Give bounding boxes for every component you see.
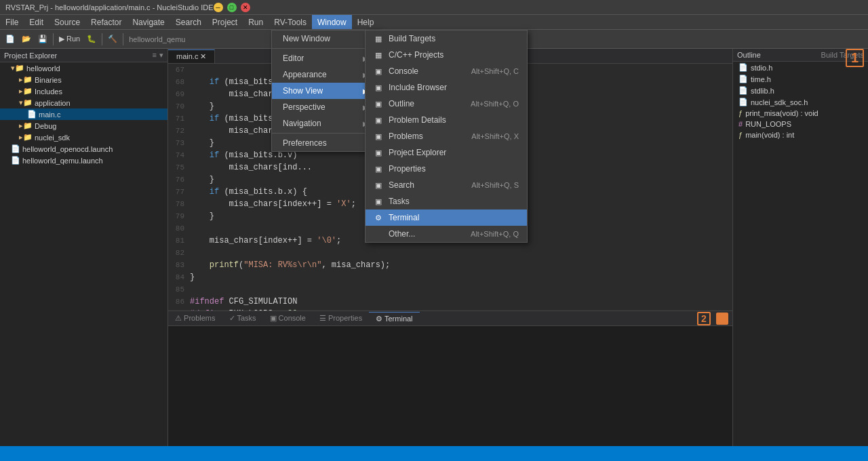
outline-nuclei[interactable]: 📄 nuclei_sdk_soc.h [733,96,868,108]
menu-help[interactable]: Help [352,15,380,29]
tree-mainc-label: main.c [39,111,60,119]
menu-window[interactable]: Window [312,15,352,29]
panel-menu-button[interactable]: ▾ [159,51,163,60]
dropdown-sep-1 [272,48,379,49]
tab-problems[interactable]: ⚠ Problems [168,312,222,325]
menu-project[interactable]: Project [207,15,243,29]
window-navigation[interactable]: Navigation ▶ [272,115,379,132]
window-appearance[interactable]: Appearance ▶ [272,66,379,83]
submenu-other[interactable]: Other... Alt+Shift+Q, Q [366,226,527,242]
close-button[interactable]: ✕ [241,3,250,12]
submenu-problems[interactable]: ▣ Problems Alt+Shift+Q, X [366,128,527,144]
preferences-label: Preferences [283,138,327,148]
window-show-view[interactable]: Show View ▶ [272,83,379,99]
outline-tree: 📄 stdio.h 📄 time.h 📄 stdlib.h 📄 nuclei_s… [733,62,868,446]
folder-icon: ▾📁 [11,64,24,73]
submenu-terminal[interactable]: ⚙ Terminal [366,209,527,226]
tree-qemu[interactable]: 📄 helloworld_qemu.launch [0,155,167,166]
terminal-icon: ⚙ [374,213,383,222]
build-targets-label: Build Targets [389,34,435,43]
submenu-search[interactable]: ▣ Search Alt+Shift+Q, S [366,177,527,193]
toolbar-open[interactable]: 📂 [19,33,34,45]
window-editor[interactable]: Editor ▶ [272,50,379,66]
submenu-properties[interactable]: ▣ Properties [366,161,527,177]
submenu-include-browser[interactable]: ▣ Include Browser [366,79,527,96]
outline-main[interactable]: ƒ main(void) : int [733,129,868,140]
bottom-tabs: ⚠ Problems ✓ Tasks ▣ Console ☰ Propertie… [168,311,732,326]
folder-icon-debug: ▸📁 [19,121,33,130]
menu-refactor[interactable]: Refactor [85,15,127,29]
collapse-all-button[interactable]: ≡ [153,51,157,60]
window-perspective[interactable]: Perspective ▶ [272,99,379,115]
tree-binaries[interactable]: ▸📁 Binaries [0,74,167,85]
outline-time[interactable]: 📄 time.h [733,73,868,85]
outline-run-loops[interactable]: # RUN_LOOPS [733,119,868,129]
problems-icon: ▣ [374,132,383,141]
menu-source[interactable]: Source [49,15,85,29]
toolbar-run[interactable]: ▶ Run [56,33,83,45]
menu-edit[interactable]: Edit [24,15,49,29]
project-explorer-title: Project Explorer [4,52,57,60]
show-view-submenu[interactable]: ▦ Build Targets ▦ C/C++ Projects ▣ Conso… [365,30,528,243]
include-browser-icon: ▣ [374,83,383,92]
submenu-console[interactable]: ▣ Console Alt+Shift+Q, C [366,63,527,79]
define-icon: # [738,120,743,128]
window-preferences[interactable]: Preferences [272,135,379,151]
build-targets-icon: ▦ [374,34,383,43]
tab-terminal[interactable]: ⚙ Terminal [369,312,419,325]
tree-qemu-label: helloworld_qemu.launch [22,157,103,165]
toolbar-new[interactable]: 📄 [3,33,18,45]
window-dropdown[interactable]: New Window Editor ▶ Appearance ▶ Show Vi… [271,30,380,152]
menu-search[interactable]: Search [170,15,207,29]
properties-label: Properties [389,164,426,174]
tree-includes[interactable]: ▸📁 Includes [0,85,167,97]
tab-tasks[interactable]: ✓ Tasks [222,312,263,325]
outline-print-misa[interactable]: ƒ print_misa(void) : void [733,108,868,119]
menu-run[interactable]: Run [243,15,269,29]
tree-debug[interactable]: ▸📁 Debug [0,120,167,132]
new-window-label: New Window [283,34,330,43]
include-icon: 📄 [738,63,748,72]
submenu-cpp-projects[interactable]: ▦ C/C++ Projects [366,47,527,63]
submenu-outline[interactable]: ▣ Outline Alt+Shift+Q, O [366,96,527,112]
minimize-button[interactable]: ─ [214,3,223,12]
tree-openocd[interactable]: 📄 helloworld_openocd.launch [0,143,167,155]
editor-label: Editor [283,54,304,63]
window-new-window[interactable]: New Window [272,31,379,47]
search-label: Search [389,180,414,190]
left-panel: Project Explorer ≡ ▾ ▾📁 helloworld ▸📁 Bi… [0,49,168,446]
menu-navigate[interactable]: Navigate [127,15,170,29]
terminal-content[interactable] [168,326,732,446]
tab-properties[interactable]: ☰ Properties [313,312,369,325]
include-icon-time: 📄 [738,75,748,83]
menu-rvtools[interactable]: RV-Tools [269,15,312,29]
search-shortcut: Alt+Shift+Q, S [471,181,519,189]
tree-application[interactable]: ▾📁 application [0,97,167,108]
tree-helloworld[interactable]: ▾📁 helloworld [0,62,167,74]
code-line-82: 82 [168,247,732,259]
toolbar-save[interactable]: 💾 [35,33,50,45]
toolbar-build[interactable]: 🔨 [105,33,120,45]
toolbar-sep-2 [102,33,102,45]
tab-mainc[interactable]: main.c ✕ [168,49,215,63]
toolbar-sep-1 [53,33,54,45]
tab-console[interactable]: ▣ Console [263,312,313,325]
submenu-tasks[interactable]: ▣ Tasks [366,193,527,209]
tree-mainc[interactable]: 📄 main.c [0,108,167,120]
title-bar: RVSTAR_Prj - helloworld/application/main… [0,0,868,15]
outline-icon: ▣ [374,99,383,108]
menu-file[interactable]: File [0,15,24,29]
submenu-problem-details[interactable]: ▣ Problem Details [366,112,527,128]
submenu-build-targets[interactable]: ▦ Build Targets [366,31,527,47]
properties-icon: ▣ [374,164,383,174]
folder-icon-binaries: ▸📁 [19,75,33,84]
outline-stdlib[interactable]: 📄 stdlib.h [733,85,868,96]
include-icon-nuclei: 📄 [738,98,748,106]
maximize-button[interactable]: □ [227,3,237,12]
toolbar-debug[interactable]: 🐛 [84,33,99,45]
console-icon: ▣ [374,66,383,76]
tree-nuclei-sdk[interactable]: ▸📁 nuclei_sdk [0,132,167,143]
file-icon-qemu: 📄 [11,156,20,165]
problem-details-label: Problem Details [389,115,446,125]
submenu-project-explorer[interactable]: ▣ Project Explorer [366,144,527,161]
